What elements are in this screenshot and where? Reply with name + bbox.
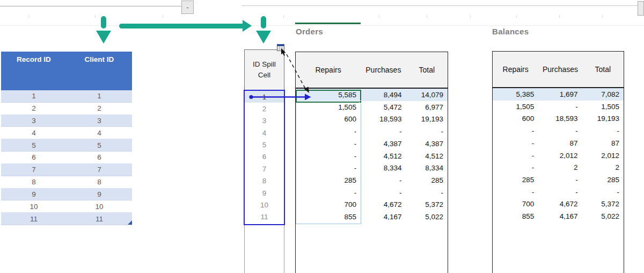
table-cell[interactable]: - bbox=[538, 186, 582, 198]
table-cell[interactable]: 2,012 bbox=[582, 149, 624, 162]
table-row[interactable]: 77 bbox=[1, 164, 132, 176]
table-cell[interactable]: - bbox=[296, 186, 361, 199]
table-cell[interactable]: 4,387 bbox=[361, 138, 406, 150]
table-cell[interactable]: - bbox=[582, 186, 624, 198]
table-cell[interactable]: 3 bbox=[1, 115, 67, 127]
table-cell[interactable]: - bbox=[406, 125, 448, 138]
table-cell[interactable]: - bbox=[361, 125, 406, 138]
table-row[interactable]: 5 bbox=[245, 139, 284, 150]
table-cell[interactable]: 4,387 bbox=[406, 138, 448, 150]
table-row[interactable]: 285-285 bbox=[493, 174, 624, 186]
table-cell[interactable]: 5,472 bbox=[361, 101, 406, 113]
table-row[interactable]: 10 bbox=[245, 199, 284, 211]
table-cell[interactable]: 9 bbox=[67, 189, 132, 200]
table-cell[interactable]: - bbox=[538, 174, 582, 186]
table-row[interactable]: 66 bbox=[1, 152, 132, 164]
table-cell[interactable]: - bbox=[493, 149, 538, 162]
table-resize-handle[interactable] bbox=[128, 220, 132, 225]
table-cell[interactable]: 1,505 bbox=[296, 101, 361, 113]
table-cell[interactable]: 1,697 bbox=[538, 88, 582, 100]
table-cell[interactable]: 9 bbox=[245, 187, 284, 199]
table-row[interactable]: 1 bbox=[245, 91, 284, 103]
table-row[interactable]: -2,0122,012 bbox=[493, 149, 624, 162]
table-row[interactable]: 7004,6725,372 bbox=[493, 198, 624, 211]
table-cell[interactable]: 7,082 bbox=[582, 88, 624, 100]
table-cell[interactable]: 6 bbox=[1, 152, 67, 163]
table-cell[interactable]: 2,012 bbox=[538, 149, 582, 162]
table-cell[interactable]: 8 bbox=[67, 176, 132, 188]
table-cell[interactable]: 700 bbox=[493, 198, 538, 211]
table-row[interactable]: 11 bbox=[1, 90, 132, 103]
table-cell[interactable]: 4,512 bbox=[361, 150, 406, 162]
table-row[interactable]: -8,3348,334 bbox=[296, 162, 448, 174]
collapse-group-button-partial[interactable] bbox=[638, 1, 644, 16]
id-spill-cell-header[interactable]: ID Spill Cell bbox=[244, 49, 284, 90]
table-row[interactable]: -8787 bbox=[493, 137, 624, 149]
table-row[interactable]: 6 bbox=[245, 151, 284, 163]
table-cell[interactable]: 285 bbox=[582, 174, 624, 186]
table-row[interactable]: 285-285 bbox=[296, 174, 448, 186]
table-cell[interactable]: 4 bbox=[67, 127, 132, 139]
table-cell[interactable]: 4,512 bbox=[406, 150, 448, 162]
table-cell[interactable]: 6,977 bbox=[406, 101, 448, 113]
table-cell[interactable]: 600 bbox=[296, 113, 361, 125]
table-row[interactable]: 22 bbox=[1, 103, 132, 115]
fill-handle[interactable] bbox=[359, 100, 362, 103]
selected-cell-outline[interactable] bbox=[296, 90, 361, 103]
table-row[interactable]: 8 bbox=[245, 175, 284, 187]
table-row[interactable]: 33 bbox=[1, 115, 132, 127]
table-cell[interactable]: 4,167 bbox=[538, 210, 582, 222]
table-cell[interactable]: - bbox=[538, 125, 582, 137]
table-cell[interactable]: 600 bbox=[493, 112, 538, 125]
table-cell[interactable]: 7 bbox=[245, 163, 284, 175]
table-row[interactable]: 55 bbox=[1, 139, 132, 152]
table-row[interactable]: 2 bbox=[245, 103, 284, 114]
table-cell[interactable]: 2 bbox=[538, 161, 582, 174]
table-cell[interactable]: 3 bbox=[67, 115, 132, 127]
table-cell[interactable]: 87 bbox=[538, 137, 582, 149]
table-cell[interactable]: 11 bbox=[67, 213, 132, 225]
table-cell[interactable]: - bbox=[493, 125, 538, 137]
table-row[interactable]: -4,3874,387 bbox=[296, 138, 448, 150]
table-cell[interactable]: - bbox=[582, 125, 624, 137]
table-row[interactable]: 99 bbox=[1, 189, 132, 201]
table-row[interactable]: --- bbox=[296, 186, 448, 199]
table-row[interactable]: --- bbox=[493, 125, 624, 137]
table-row[interactable]: 7 bbox=[245, 163, 284, 175]
table-cell[interactable]: 7 bbox=[1, 164, 67, 176]
table-cell[interactable]: 7 bbox=[67, 164, 132, 176]
collapse-group-button[interactable]: - bbox=[181, 1, 194, 14]
table-cell[interactable]: 5,022 bbox=[406, 211, 448, 223]
table-cell[interactable]: - bbox=[296, 162, 361, 174]
table-cell[interactable]: - bbox=[296, 125, 361, 138]
table-cell[interactable]: 11 bbox=[1, 213, 67, 225]
table-cell[interactable]: 855 bbox=[296, 211, 361, 223]
id-spill-column-empty[interactable] bbox=[244, 224, 284, 273]
table-cell[interactable]: 8,334 bbox=[406, 162, 448, 174]
table-cell[interactable]: - bbox=[538, 100, 582, 113]
table-row[interactable]: 3 bbox=[245, 115, 284, 127]
table-cell[interactable]: 6 bbox=[67, 152, 132, 163]
table-cell[interactable]: 2 bbox=[245, 103, 284, 114]
table-row[interactable]: 88 bbox=[1, 176, 132, 189]
table-row[interactable]: -22 bbox=[493, 161, 624, 174]
table-cell[interactable]: - bbox=[296, 150, 361, 162]
table-cell[interactable]: 4,672 bbox=[538, 198, 582, 211]
table-row[interactable]: 7004,6725,372 bbox=[296, 199, 448, 211]
table-cell[interactable]: 1 bbox=[67, 90, 132, 102]
table-cell[interactable]: 5,372 bbox=[582, 198, 624, 211]
table-cell[interactable]: - bbox=[296, 138, 361, 150]
table-cell[interactable]: 5 bbox=[245, 139, 284, 150]
table-cell[interactable]: 4 bbox=[1, 127, 67, 139]
table-cell[interactable]: 8 bbox=[1, 176, 67, 188]
table-cell[interactable]: 14,079 bbox=[406, 89, 448, 101]
table-cell[interactable]: 2 bbox=[67, 103, 132, 114]
table-cell[interactable]: 19,193 bbox=[582, 112, 624, 125]
table-cell[interactable]: 4,167 bbox=[361, 211, 406, 223]
table-cell[interactable]: 18,593 bbox=[538, 112, 582, 125]
table-cell[interactable]: 87 bbox=[582, 137, 624, 149]
table-cell[interactable]: 8,334 bbox=[361, 162, 406, 174]
table-row[interactable]: 1111 bbox=[1, 213, 132, 225]
table-row[interactable]: 1,505-1,505 bbox=[493, 100, 624, 113]
table-cell[interactable]: - bbox=[406, 186, 448, 199]
